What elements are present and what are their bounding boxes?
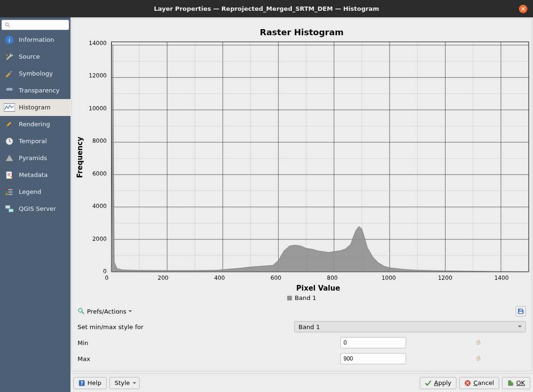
body-area: i Information Source Symbology bbox=[0, 17, 533, 392]
plot-area: Frequency 140001200010000800060004000200… bbox=[74, 40, 530, 275]
svg-rect-15 bbox=[6, 193, 8, 195]
sidebar-item-symbology[interactable]: Symbology bbox=[0, 65, 71, 82]
sidebar-item-qgis-server[interactable]: QGIS Server bbox=[0, 200, 71, 217]
sidebar-item-transparency[interactable]: Transparency bbox=[0, 82, 71, 99]
plot-wrap: Frequency 140001200010000800060004000200… bbox=[74, 40, 530, 301]
ok-button[interactable]: OK bbox=[502, 377, 530, 389]
histogram-chart-region: Raster Histogram Frequency 1400012000100… bbox=[71, 18, 532, 371]
sidebar-item-label: Symbology bbox=[19, 70, 53, 77]
svg-rect-52 bbox=[519, 312, 523, 314]
pointer-icon[interactable] bbox=[475, 338, 484, 347]
chart-legend: Band 1 bbox=[74, 294, 530, 301]
cancel-button[interactable]: Cancel bbox=[459, 377, 499, 389]
bottom-button-bar: ? Help Style Apply Cancel OK bbox=[71, 373, 533, 392]
chevron-down-icon bbox=[128, 310, 132, 314]
cancel-icon bbox=[464, 380, 471, 386]
sidebar-item-metadata[interactable]: Metadata bbox=[0, 167, 71, 184]
main-panel: Raster Histogram Frequency 1400012000100… bbox=[71, 17, 533, 392]
band-select[interactable]: Band 1 bbox=[294, 321, 526, 332]
sidebar-item-pyramids[interactable]: Pyramids bbox=[0, 150, 71, 167]
pyramid-icon bbox=[4, 153, 15, 164]
sidebar-item-label: QGIS Server bbox=[19, 205, 56, 212]
sidebar-item-label: Legend bbox=[19, 188, 41, 195]
svg-rect-9 bbox=[10, 89, 11, 91]
check-icon bbox=[425, 380, 431, 386]
histogram-icon bbox=[4, 102, 15, 113]
sidebar-item-label: Information bbox=[19, 36, 54, 43]
close-icon bbox=[521, 7, 525, 11]
chart-xlabel: Pixel Value bbox=[107, 284, 530, 292]
sidebar-item-label: Rendering bbox=[19, 121, 50, 128]
svg-rect-8 bbox=[8, 89, 8, 91]
sidebar-item-label: Temporal bbox=[19, 138, 47, 145]
window-title: Layer Properties — Reprojected_Merged_SR… bbox=[154, 5, 379, 12]
help-icon: ? bbox=[78, 380, 85, 386]
sidebar-item-histogram[interactable]: Histogram bbox=[0, 99, 71, 116]
help-button[interactable]: ? Help bbox=[73, 377, 107, 389]
titlebar: Layer Properties — Reprojected_Merged_SR… bbox=[0, 0, 533, 17]
chart-xticks: 0200400600800100012001400 bbox=[107, 275, 530, 283]
svg-rect-5 bbox=[7, 88, 8, 89]
svg-rect-53 bbox=[519, 309, 522, 311]
max-row: Max bbox=[74, 350, 530, 369]
brush-icon bbox=[4, 68, 15, 79]
paint-icon bbox=[4, 119, 15, 130]
max-label: Max bbox=[78, 355, 337, 362]
minmax-band-row: Set min/max style for Band 1 bbox=[74, 318, 530, 334]
sidebar-item-rendering[interactable]: Rendering bbox=[0, 116, 71, 133]
svg-rect-17 bbox=[8, 209, 13, 212]
window-root: Layer Properties — Reprojected_Merged_SR… bbox=[0, 0, 533, 392]
svg-rect-13 bbox=[6, 189, 8, 190]
svg-line-51 bbox=[82, 312, 84, 314]
server-icon bbox=[4, 203, 15, 215]
clock-icon bbox=[4, 136, 15, 147]
sidebar-item-label: Metadata bbox=[19, 171, 48, 178]
sidebar-item-temporal[interactable]: Temporal bbox=[0, 133, 71, 150]
min-input[interactable] bbox=[340, 337, 406, 348]
prefs-actions-row: Prefs/Actions bbox=[74, 301, 530, 318]
band-select-value: Band 1 bbox=[298, 323, 320, 331]
ok-icon bbox=[507, 380, 514, 386]
metadata-icon bbox=[4, 169, 15, 181]
svg-rect-6 bbox=[8, 88, 9, 89]
sidebar-item-source[interactable]: Source bbox=[0, 48, 71, 65]
svg-rect-16 bbox=[6, 205, 10, 208]
set-minmax-label: Set min/max style for bbox=[78, 323, 291, 331]
sidebar-search-row bbox=[0, 19, 71, 31]
sidebar-item-label: Transparency bbox=[19, 87, 60, 94]
svg-text:?: ? bbox=[80, 380, 83, 385]
style-button[interactable]: Style bbox=[110, 377, 140, 389]
wrench-icon bbox=[4, 51, 15, 62]
sidebar-item-label: Source bbox=[19, 53, 40, 60]
chart-title: Raster Histogram bbox=[74, 27, 530, 37]
sidebar-item-information[interactable]: i Information bbox=[0, 31, 71, 48]
pointer-icon[interactable] bbox=[475, 354, 484, 363]
min-label: Min bbox=[78, 339, 337, 346]
close-button[interactable] bbox=[519, 5, 527, 13]
chart-yticks: 14000120001000080006000400020000 bbox=[86, 40, 109, 275]
min-row: Min bbox=[74, 334, 530, 350]
histogram-plot[interactable] bbox=[109, 40, 530, 275]
svg-rect-7 bbox=[11, 88, 12, 89]
prefs-actions-button[interactable]: Prefs/Actions bbox=[87, 308, 132, 315]
svg-rect-49 bbox=[111, 42, 529, 272]
sidebar-search-input[interactable] bbox=[1, 20, 69, 30]
sidebar-item-label: Histogram bbox=[19, 104, 50, 111]
legend-label: Band 1 bbox=[295, 294, 316, 301]
magnifier-icon bbox=[78, 307, 85, 315]
info-icon: i bbox=[4, 34, 15, 46]
chart-ylabel: Frequency bbox=[74, 40, 86, 275]
sidebar: i Information Source Symbology bbox=[0, 17, 71, 392]
transparency-icon bbox=[4, 85, 15, 96]
svg-rect-14 bbox=[6, 191, 8, 192]
save-plot-button[interactable] bbox=[516, 306, 526, 316]
legend-icon bbox=[4, 186, 15, 198]
sidebar-item-legend[interactable]: Legend bbox=[0, 184, 71, 200]
max-input[interactable] bbox=[340, 353, 406, 364]
svg-text:i: i bbox=[8, 37, 10, 44]
svg-rect-12 bbox=[6, 171, 12, 178]
legend-swatch bbox=[287, 296, 292, 300]
sidebar-item-label: Pyramids bbox=[19, 154, 47, 161]
apply-button[interactable]: Apply bbox=[420, 377, 456, 389]
floppy-icon bbox=[517, 308, 524, 315]
